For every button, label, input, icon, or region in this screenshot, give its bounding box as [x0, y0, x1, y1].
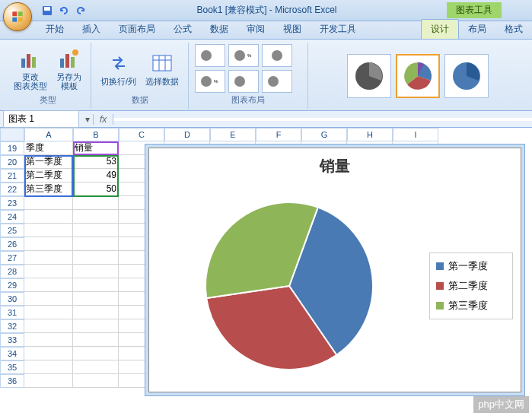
cell[interactable] [24, 196, 73, 210]
cell[interactable] [73, 196, 119, 210]
switch-row-col-button[interactable]: 切换行/列 [97, 49, 139, 87]
save-as-template-button[interactable]: 另存为 模板 [53, 45, 84, 92]
name-box[interactable]: 图表 1 [3, 110, 79, 128]
chart-style-gallery[interactable] [347, 54, 489, 98]
cell[interactable] [24, 347, 73, 360]
cell[interactable] [24, 237, 73, 251]
cell[interactable] [73, 360, 119, 374]
row-header[interactable]: 25 [0, 224, 24, 237]
chart-style-option[interactable] [347, 54, 391, 98]
cell[interactable]: 第一季度 [24, 155, 73, 169]
row-header[interactable]: 31 [0, 306, 24, 319]
row-header[interactable]: 36 [0, 374, 24, 388]
tab-review[interactable]: 审阅 [237, 20, 274, 39]
cell[interactable] [24, 374, 73, 388]
cell[interactable] [24, 224, 73, 237]
layout-option[interactable] [195, 44, 225, 67]
change-chart-type-button[interactable]: 更改 图表类型 [11, 45, 50, 92]
cell[interactable] [73, 237, 119, 251]
column-header[interactable]: B [73, 128, 119, 141]
cell[interactable] [73, 319, 119, 333]
tab-design[interactable]: 设计 [421, 19, 459, 39]
cell[interactable] [24, 265, 73, 278]
tab-insert[interactable]: 插入 [73, 20, 110, 39]
row-header[interactable]: 19 [0, 141, 24, 155]
cell[interactable] [73, 347, 119, 360]
cell[interactable]: 第三季度 [24, 183, 73, 196]
row-header[interactable]: 21 [0, 169, 24, 183]
select-data-button[interactable]: 选择数据 [142, 49, 182, 87]
cell[interactable]: 49 [73, 169, 119, 183]
cell[interactable] [73, 333, 119, 347]
column-header[interactable]: A [24, 128, 73, 141]
tab-view[interactable]: 视图 [274, 20, 311, 39]
cell[interactable] [24, 306, 73, 319]
cell[interactable] [24, 319, 73, 333]
row-header[interactable]: 28 [0, 265, 24, 278]
cell[interactable]: 53 [73, 155, 119, 169]
undo-icon[interactable] [58, 5, 70, 17]
cell[interactable] [24, 210, 73, 224]
tab-data[interactable]: 数据 [201, 20, 237, 39]
row-header[interactable]: 32 [0, 319, 24, 333]
row-header[interactable]: 33 [0, 333, 24, 347]
chart-style-option-selected[interactable] [396, 54, 440, 98]
chart-title[interactable]: 销量 [149, 148, 521, 179]
cell[interactable] [73, 374, 119, 388]
worksheet[interactable]: ABCDEFGHI 192021222324252627282930313233… [0, 128, 532, 416]
cell[interactable] [73, 278, 119, 292]
save-icon[interactable] [41, 5, 53, 17]
tab-home[interactable]: 开始 [37, 20, 73, 39]
chart-plot-area[interactable] [149, 179, 429, 392]
layout-option[interactable] [262, 44, 292, 67]
layout-option[interactable]: % [228, 44, 259, 67]
row-header[interactable]: 30 [0, 292, 24, 306]
row-header[interactable]: 22 [0, 183, 24, 196]
tab-developer[interactable]: 开发工具 [311, 20, 365, 39]
cell[interactable] [24, 251, 73, 265]
fx-label[interactable]: fx [93, 114, 113, 125]
cell[interactable] [73, 224, 119, 237]
cell[interactable]: 50 [73, 183, 119, 196]
chart-object[interactable]: 销量 第一季度 第二季度 第三季度 [148, 148, 521, 392]
cell[interactable] [73, 292, 119, 306]
row-header[interactable]: 35 [0, 360, 24, 374]
cell[interactable] [24, 333, 73, 347]
redo-icon[interactable] [75, 5, 87, 17]
cell[interactable] [73, 251, 119, 265]
column-header[interactable]: E [210, 128, 256, 141]
cell[interactable] [24, 292, 73, 306]
chart-style-option[interactable] [444, 54, 489, 98]
cell[interactable]: 季度 [24, 141, 73, 155]
layout-option[interactable] [262, 70, 292, 93]
select-all-corner[interactable] [0, 128, 24, 141]
tab-page-layout[interactable]: 页面布局 [110, 20, 164, 39]
row-header[interactable]: 20 [0, 155, 24, 169]
tab-layout[interactable]: 布局 [459, 20, 495, 39]
column-header[interactable]: F [256, 128, 301, 141]
cell[interactable]: 销量 [73, 141, 119, 155]
layout-option[interactable]: % [195, 70, 225, 93]
row-header[interactable]: 23 [0, 196, 24, 210]
cell[interactable]: 第二季度 [24, 169, 73, 183]
formula-input[interactable] [113, 118, 532, 121]
row-header[interactable]: 26 [0, 237, 24, 251]
row-header[interactable]: 29 [0, 278, 24, 292]
row-header[interactable]: 27 [0, 251, 24, 265]
layout-option[interactable] [228, 70, 259, 93]
legend-item[interactable]: 第二季度 [436, 279, 506, 293]
dropdown-icon[interactable]: ▾ [82, 114, 93, 125]
cell[interactable] [73, 265, 119, 278]
legend-item[interactable]: 第一季度 [436, 259, 506, 273]
column-header[interactable]: I [393, 128, 438, 141]
office-button[interactable] [3, 2, 32, 31]
column-header[interactable]: H [347, 128, 393, 141]
column-header[interactable]: D [164, 128, 210, 141]
row-header[interactable]: 24 [0, 210, 24, 224]
chart-legend[interactable]: 第一季度 第二季度 第三季度 [429, 252, 513, 319]
legend-item[interactable]: 第三季度 [436, 299, 506, 313]
cell[interactable] [73, 306, 119, 319]
tab-formulas[interactable]: 公式 [164, 20, 201, 39]
cell[interactable] [24, 278, 73, 292]
row-header[interactable]: 34 [0, 347, 24, 360]
